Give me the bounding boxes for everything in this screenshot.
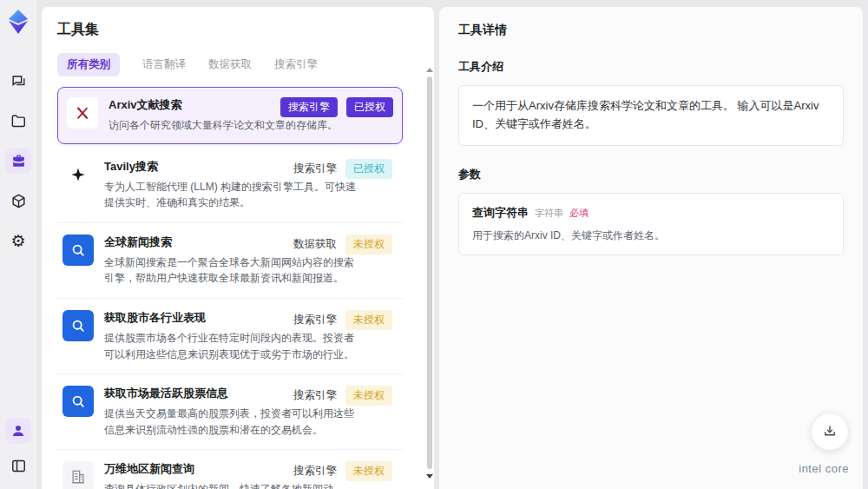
intro-text: 一个用于从Arxiv存储库搜索科学论文和文章的工具。 输入可以是Arxiv ID…	[472, 97, 830, 134]
tab-data-fetch[interactable]: 数据获取	[208, 53, 252, 76]
tool-description: 查询具体行政区划内的新闻，快速了解各地新闻动	[104, 481, 358, 489]
app-logo-icon[interactable]	[7, 9, 30, 38]
detail-title: 工具详情	[458, 23, 844, 38]
settings-icon[interactable]: ⚙	[5, 228, 31, 254]
page-title: 工具集	[57, 21, 418, 39]
param-name: 查询字符串	[472, 205, 529, 221]
tavily-star-icon	[62, 159, 94, 190]
category-tabs: 所有类别 语言翻译 数据获取 搜索引擎	[57, 53, 418, 76]
tool-description: 全球新闻搜索是一个聚合全球各大新闻网站内容的搜索引擎，帮助用户快速获取全球最新资…	[104, 254, 358, 287]
scroll-down-icon[interactable]	[426, 474, 433, 479]
tool-category-label: 数据获取	[293, 237, 337, 252]
cube-icon[interactable]	[5, 188, 31, 214]
intel-core-logo: intel core	[799, 462, 849, 475]
tool-auth-badge: 已授权	[346, 97, 393, 117]
news-search-icon	[62, 235, 94, 266]
intro-heading: 工具介绍	[458, 59, 844, 75]
list-scrollbar[interactable]	[427, 76, 432, 469]
building-icon	[62, 461, 94, 489]
tab-language-translation[interactable]: 语言翻译	[142, 53, 186, 76]
tool-description: 专为人工智能代理 (LLM) 构建的搜索引擎工具。可快速提供实时、准确和真实的结…	[104, 179, 358, 211]
tab-all-categories[interactable]: 所有类别	[57, 53, 120, 76]
arxiv-logo-icon	[67, 97, 98, 129]
folder-icon[interactable]	[5, 108, 31, 134]
param-type: 字符串	[535, 207, 563, 220]
chat-icon[interactable]	[5, 68, 31, 94]
toolbox-icon[interactable]	[5, 148, 31, 174]
tool-list: Arxiv文献搜索 访问各个研究领域大量科学论文和文章的存储库。 搜索引擎 已授…	[57, 87, 418, 489]
tool-category-badge: 搜索引擎	[280, 97, 338, 117]
tool-category-label: 搜索引擎	[293, 464, 337, 479]
download-button[interactable]	[811, 413, 849, 451]
tool-item-regional-news[interactable]: 万维地区新闻查询 查询具体行政区划内的新闻，快速了解各地新闻动 搜索引擎 未授权	[57, 450, 403, 489]
tab-search-engine[interactable]: 搜索引擎	[274, 53, 318, 76]
app-sidebar: ⚙	[0, 0, 36, 489]
param-description: 用于搜索的Arxiv ID、关键字或作者姓名。	[472, 228, 830, 243]
params-heading: 参数	[458, 167, 844, 182]
tool-detail-panel: 工具详情 工具介绍 一个用于从Arxiv存储库搜索科学论文和文章的工具。 输入可…	[439, 7, 863, 489]
tool-item-stock-industry[interactable]: 获取股市各行业表现 提供股票市场各个行业在特定时间段内的表现。投资者可以利用这些…	[57, 299, 403, 374]
param-required-badge: 必填	[569, 207, 589, 220]
scroll-up-icon[interactable]	[426, 68, 433, 72]
user-icon[interactable]	[5, 418, 31, 444]
tool-category-label: 搜索引擎	[293, 313, 337, 327]
tool-category-label: 搜索引擎	[293, 388, 337, 403]
tool-auth-badge: 未授权	[345, 310, 392, 330]
tool-category-label: 搜索引擎	[293, 162, 337, 176]
intro-box: 一个用于从Arxiv存储库搜索科学论文和文章的工具。 输入可以是Arxiv ID…	[458, 85, 844, 146]
param-box: 查询字符串 字符串 必填 用于搜索的Arxiv ID、关键字或作者姓名。	[458, 193, 844, 255]
tool-auth-badge: 未授权	[345, 386, 392, 406]
panel-toggle-icon[interactable]	[5, 453, 31, 479]
tool-item-tavily[interactable]: Tavily搜索 专为人工智能代理 (LLM) 构建的搜索引擎工具。可快速提供实…	[57, 148, 403, 223]
news-search-icon	[62, 310, 94, 341]
tool-description: 提供当天交易量最高的股票列表，投资者可以利用这些信息来识别流动性强的股票和潜在的…	[104, 406, 358, 438]
tool-auth-badge: 已授权	[345, 159, 392, 179]
tool-auth-badge: 未授权	[345, 235, 392, 254]
tool-item-active-stocks[interactable]: 获取市场最活跃股票信息 提供当天交易量最高的股票列表，投资者可以利用这些信息来识…	[57, 374, 403, 450]
tool-description: 提供股票市场各个行业在特定时间段内的表现。投资者可以利用这些信息来识别表现优于或…	[104, 330, 358, 362]
tool-list-panel: 工具集 所有类别 语言翻译 数据获取 搜索引擎 Arxiv文献搜索 访问各个研究…	[42, 7, 434, 489]
tool-item-arxiv[interactable]: Arxiv文献搜索 访问各个研究领域大量科学论文和文章的存储库。 搜索引擎 已授…	[57, 87, 403, 144]
tool-description: 访问各个研究领域大量科学论文和文章的存储库。	[108, 117, 362, 134]
tool-item-global-news[interactable]: 全球新闻搜索 全球新闻搜索是一个聚合全球各大新闻网站内容的搜索引擎，帮助用户快速…	[57, 223, 403, 299]
tool-auth-badge: 未授权	[345, 461, 392, 481]
news-search-icon	[62, 386, 94, 417]
